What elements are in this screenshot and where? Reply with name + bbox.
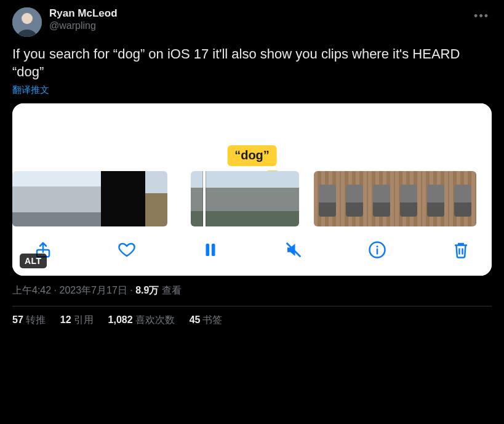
pause-icon <box>201 241 220 259</box>
display-name[interactable]: Ryan McLeod <box>49 7 464 20</box>
info-button[interactable] <box>365 238 390 262</box>
thumbnail <box>422 171 449 226</box>
playhead[interactable] <box>203 171 206 226</box>
svg-point-7 <box>377 246 378 247</box>
views-label: 查看 <box>159 285 181 295</box>
thumbnail <box>101 171 123 226</box>
tweet-header: Ryan McLeod @warpling ••• <box>12 7 492 37</box>
heart-icon <box>118 241 136 259</box>
media-toolbar <box>12 226 492 276</box>
more-menu-button[interactable]: ••• <box>471 7 492 25</box>
svg-point-1 <box>22 13 33 24</box>
media-attachment[interactable]: “dog” <box>12 103 492 276</box>
thumbnail <box>79 171 101 226</box>
tweet-text: If you search for “dog” on iOS 17 it'll … <box>12 46 492 81</box>
quotes-stat[interactable]: 12引用 <box>60 314 94 327</box>
post-date[interactable]: 2023年7月17日 <box>59 285 127 295</box>
tweet-container: Ryan McLeod @warpling ••• If you search … <box>0 0 504 332</box>
retweets-stat[interactable]: 57转推 <box>12 314 46 327</box>
thumbnail <box>272 171 299 226</box>
filmstrip-row <box>12 171 492 226</box>
handle[interactable]: @warpling <box>49 20 464 31</box>
info-icon <box>368 241 386 259</box>
thumbnail <box>368 171 395 226</box>
timestamp-row: 上午4:42 · 2023年7月17日 · 8.9万 查看 <box>12 284 492 297</box>
thumbnail <box>395 171 422 226</box>
clip-group-2[interactable] <box>191 171 299 226</box>
bookmarks-stat[interactable]: 45书签 <box>190 314 223 327</box>
thumbnail <box>145 171 167 226</box>
post-time[interactable]: 上午4:42 <box>12 285 51 295</box>
thumbnail <box>218 171 245 226</box>
thumbnail <box>341 171 368 226</box>
search-term-tag: “dog” <box>227 145 277 166</box>
stats-row: 57转推 12引用 1,082喜欢次数 45书签 <box>12 314 492 327</box>
trash-icon <box>452 241 470 259</box>
views-count: 8.9万 <box>135 285 159 295</box>
likes-stat[interactable]: 1,082喜欢次数 <box>108 314 175 327</box>
thumbnail <box>123 171 145 226</box>
thumbnail <box>34 171 57 226</box>
thumbnail <box>449 171 476 226</box>
mute-icon <box>284 241 303 259</box>
svg-rect-4 <box>211 244 215 256</box>
translate-link[interactable]: 翻译推文 <box>12 84 49 96</box>
clip-group-1[interactable] <box>12 171 167 226</box>
avatar[interactable] <box>12 7 42 37</box>
like-button[interactable] <box>114 238 139 262</box>
divider <box>12 306 492 306</box>
author-names: Ryan McLeod @warpling <box>49 7 464 32</box>
media-top-area: “dog” <box>12 103 492 171</box>
thumbnail <box>314 171 341 226</box>
alt-badge[interactable]: ALT <box>20 254 47 268</box>
pause-button[interactable] <box>198 238 223 262</box>
delete-button[interactable] <box>449 238 473 262</box>
thumbnail <box>57 171 79 226</box>
clip-group-3[interactable] <box>314 171 476 226</box>
thumbnail <box>245 171 272 226</box>
mute-button[interactable] <box>281 238 306 262</box>
thumbnail <box>12 171 34 226</box>
svg-rect-3 <box>206 244 209 256</box>
